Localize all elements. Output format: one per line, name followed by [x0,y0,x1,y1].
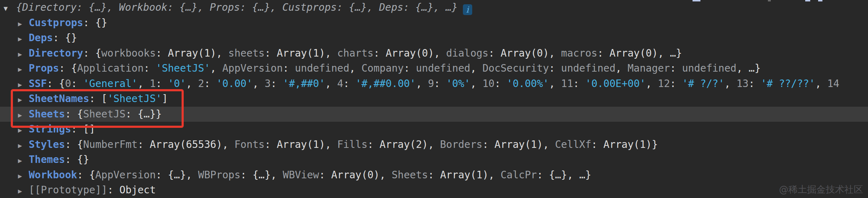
watermark: @稀土掘金技术社区 [779,183,863,196]
token: Manager [628,62,670,74]
token: Deps [29,32,53,44]
token: '0' [168,78,186,90]
token: Company [361,62,404,74]
expand-arrow-icon[interactable]: ▶ [18,168,29,183]
token: Sheets [392,169,428,181]
token: , [137,78,150,90]
tree-row-styles[interactable]: ▶Styles: {NumberFmt: Array(65536), Fonts… [0,137,868,153]
tree-row-sheetnames[interactable]: ▶SheetNames: ['SheetJS'] [0,91,868,107]
token: : Array(2), [367,139,440,150]
token: Application [77,62,144,74]
token: , [646,78,658,90]
token: : { [65,139,83,150]
token: : [749,78,761,90]
token: '0.00%' [507,78,549,90]
token: SheetNames [29,93,89,105]
token: : [283,62,295,74]
token: Strings [29,123,71,135]
tree-row-directory[interactable]: ▶Directory: {workbooks: Array(1), sheets… [0,46,868,61]
token: , [325,78,337,90]
token: : Array(0), [374,47,446,59]
tree-row-sheets[interactable]: ▶Sheets: {SheetJS: {…}} [0,107,868,122]
token: 'General' [83,78,138,90]
token: : {…}, [156,169,198,181]
token: Themes [29,154,65,165]
expand-arrow-icon[interactable]: ▶ [18,138,29,153]
tree-row-object-preview[interactable]: ▼{Directory: {…}, Workbook: {…}, Props: … [0,0,868,15]
token: 3 [265,78,271,90]
token: , [416,78,428,90]
cutoff-text-artifact [768,0,771,1]
token: Borders [440,139,482,150]
token: AppVersion [222,62,283,74]
expand-arrow-icon[interactable]: ▶ [18,77,29,92]
expand-arrow-icon[interactable]: ▶ [18,16,29,31]
token: '# ??/??' [761,78,815,90]
expand-arrow-icon[interactable]: ▶ [18,183,29,198]
collapse-arrow-icon[interactable]: ▼ [4,1,16,15]
token: workbooks [101,47,156,59]
token: : Array(0), [488,47,561,59]
token: 13 [737,78,749,90]
token: , [615,62,628,74]
info-icon: i [463,4,472,15]
token: 2 [198,78,204,90]
token: WBProps [198,169,240,181]
token: Styles [29,139,65,150]
token: '# ?/?' [682,78,724,90]
tree-row-custprops[interactable]: ▶Custprops: {} [0,15,868,31]
tree-row-deps[interactable]: ▶Deps: {} [0,30,868,46]
token: undefined [561,62,616,74]
token: : {…}} [126,108,162,120]
expand-arrow-icon[interactable]: ▶ [18,122,29,137]
token: undefined [295,62,349,74]
token: Directory [29,47,83,59]
token: '0.00E+00' [585,78,646,90]
token: WBView [283,169,319,181]
token: : {} [83,17,107,29]
tree-row-prototype[interactable]: ▶[[Prototype]]: Object [0,183,868,198]
token: : Array(1), [482,139,555,150]
tree-row-props[interactable]: ▶Props: {Application: 'SheetJS', AppVers… [0,61,868,76]
token: : [670,78,682,90]
tree-row-themes[interactable]: ▶Themes: {} [0,152,868,168]
expand-arrow-icon[interactable]: ▶ [18,153,29,168]
expand-arrow-icon[interactable]: ▶ [18,107,29,122]
token: : [271,78,283,90]
token: : [ [89,93,108,105]
token: : { [59,62,77,74]
tree-row-ssf[interactable]: ▶SSF: {0: 'General', 1: '0', 2: '0.00', … [0,76,868,92]
token: : [144,62,156,74]
token: : Array(1), [156,47,228,59]
token: 10 [482,78,494,90]
token: 12 [658,78,670,90]
token: : { [77,169,95,181]
token: : [670,62,682,74]
expand-arrow-icon[interactable]: ▶ [18,92,29,107]
token: 9 [428,78,434,90]
tree-row-strings[interactable]: ▶Strings: [] [0,122,868,137]
token: : Array(1)} [591,139,658,150]
expand-arrow-icon[interactable]: ▶ [18,62,29,76]
tree-row-workbook[interactable]: ▶Workbook: {AppVersion: {…}, WBProps: {…… [0,168,868,183]
token: : [404,62,416,74]
token: : [549,62,561,74]
token: , [210,62,222,74]
token: 'SheetJS' [107,93,162,105]
token: 1 [150,78,156,90]
expand-arrow-icon[interactable]: ▶ [18,31,29,46]
token: Fonts [234,139,264,150]
token: : Array(65536), [137,139,234,150]
token: : { [47,78,65,90]
token: SheetJS [83,108,126,120]
token: 4 [337,78,343,90]
token: {Directory: {…}, Workbook: {…}, Props: {… [16,1,458,13]
token: 0 [65,78,71,90]
expand-arrow-icon[interactable]: ▶ [18,47,29,61]
token: : {…}, …} [537,169,591,181]
token: ] [162,93,168,105]
token: : [434,78,446,90]
token: : { [65,108,83,120]
token: : Object [107,184,156,196]
token: DocSecurity [482,62,549,74]
